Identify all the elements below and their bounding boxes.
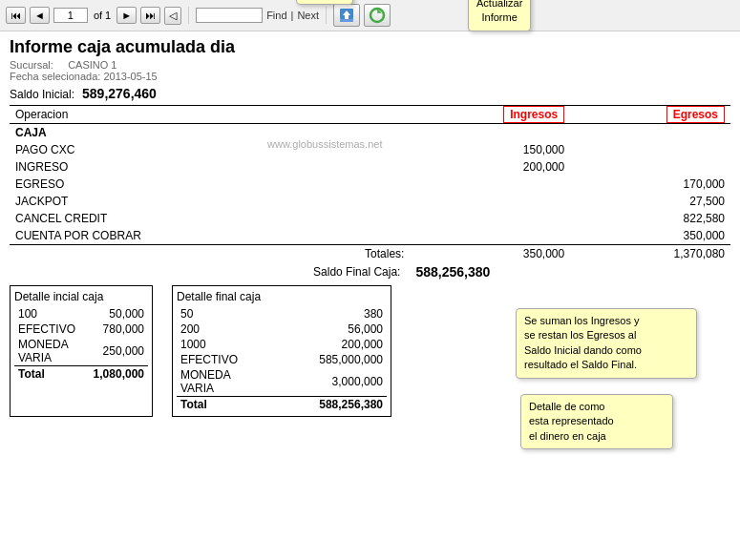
egr-cuenta-por-cobrar: 350,000 <box>570 227 730 245</box>
page-input[interactable] <box>53 8 88 23</box>
first-page-button[interactable]: ⏮ <box>6 7 26 24</box>
detail-val: 3,000,000 <box>277 367 387 397</box>
find-input[interactable] <box>196 8 263 23</box>
detail-total-val: 1,080,000 <box>85 366 148 383</box>
op-jackpot: JACKPOT <box>10 193 410 210</box>
last-page-button[interactable]: ⏭ <box>140 7 160 24</box>
detail-item: EFECTIVO <box>177 352 277 367</box>
col-ingresos-header: Ingresos <box>410 106 570 124</box>
toolbar: Exportar Informe ⏮ ◄ of 1 ► ⏭ ◁ Find | N… <box>0 0 740 31</box>
svg-rect-1 <box>340 19 353 22</box>
detail-val: 200,000 <box>277 337 387 352</box>
col-operacion-header: Operacion <box>10 106 410 124</box>
totales-label: Totales: <box>10 245 410 263</box>
list-item: 200 56,000 <box>177 321 387 337</box>
find-label: Find <box>266 10 286 21</box>
list-item: EFECTIVO 780,000 <box>14 321 148 337</box>
detail-final-title: Detalle final caja <box>177 290 387 303</box>
table-row: CANCEL CREDIT 822,580 <box>10 210 730 227</box>
separator <box>188 7 189 24</box>
col-egresos-header: Egresos <box>570 106 730 124</box>
main-table: Operacion Ingresos Egresos CAJA PAGO CXC… <box>10 105 730 281</box>
sucursal-value: CASINO 1 <box>68 59 116 71</box>
detail-val: 250,000 <box>85 337 148 366</box>
prev-page-button[interactable]: ◄ <box>30 7 50 24</box>
list-item: 100 50,000 <box>14 306 148 321</box>
detail-val: 380 <box>277 306 387 321</box>
saldo-inicial-row: Saldo Inicial: 589,276,460 <box>10 86 730 101</box>
detail-item: 50 <box>177 306 277 321</box>
detail-val: 780,000 <box>85 321 148 337</box>
list-item: MONEDAVARIA 3,000,000 <box>177 367 387 397</box>
ingresos-label: Ingresos <box>503 106 564 123</box>
svg-point-3 <box>370 9 384 22</box>
egr-cancel-credit: 822,580 <box>570 210 730 227</box>
detail-final-table: 50 380 200 56,000 1000 200,000 EFECTIVO … <box>177 306 387 412</box>
detail-initial-box: Detalle incial caja 100 50,000 EFECTIVO … <box>10 285 153 417</box>
detail-item: 1000 <box>177 337 277 352</box>
saldo-final-number: 588,256,380 <box>415 264 490 280</box>
list-item: 1000 200,000 <box>177 337 387 352</box>
detail-item: MONEDAVARIA <box>14 337 85 366</box>
detail-initial-table: 100 50,000 EFECTIVO 780,000 MONEDAVARIA … <box>14 306 148 382</box>
list-item: 50 380 <box>177 306 387 321</box>
tooltip-exportar: Exportar Informe <box>296 0 353 5</box>
detail-initial-title: Detalle incial caja <box>14 290 148 303</box>
op-ingreso: INGRESO <box>10 158 410 176</box>
op-cuenta-por-cobrar: CUENTA POR COBRAR <box>10 227 410 245</box>
detail-val: 585,000,000 <box>277 352 387 367</box>
totales-egr: 1,370,080 <box>570 245 730 263</box>
next-label[interactable]: Next <box>297 10 319 21</box>
detail-final-box: Detalle final caja 50 380 200 56,000 100… <box>172 285 391 417</box>
detail-total-label: Total <box>177 397 277 413</box>
detail-item: 100 <box>14 306 85 321</box>
detail-item: 200 <box>177 321 277 337</box>
op-cancel-credit: CANCEL CREDIT <box>10 210 410 227</box>
table-row: INGRESO 200,000 <box>10 158 730 176</box>
refresh-button[interactable] <box>364 4 391 27</box>
totales-ing: 350,000 <box>410 245 570 263</box>
saldo-final-label: Saldo Final Caja: <box>10 262 410 281</box>
separator-find: | <box>291 10 294 21</box>
main-content: www.globussistemas.net Informe caja acum… <box>0 31 740 423</box>
ing-pago-cxc: 150,000 <box>410 141 570 158</box>
fecha-line: Fecha selecionada: 2013-05-15 <box>10 71 730 82</box>
saldo-inicial-value: 589,276,460 <box>82 86 157 101</box>
list-item: EFECTIVO 585,000,000 <box>177 352 387 367</box>
egresos-label: Egresos <box>666 106 725 123</box>
next-page-button[interactable]: ► <box>116 7 137 24</box>
list-item: MONEDAVARIA 250,000 <box>14 337 148 366</box>
list-item: Total 588,256,380 <box>177 397 387 413</box>
egr-jackpot: 27,500 <box>570 193 730 210</box>
back-button[interactable]: ◁ <box>164 7 181 25</box>
table-row: JACKPOT 27,500 <box>10 193 730 210</box>
detail-total-label: Total <box>14 366 85 383</box>
sucursal-line: Sucursal: CASINO 1 <box>10 59 730 71</box>
of-label: of 1 <box>94 10 111 21</box>
separator2 <box>326 7 327 24</box>
list-item: Total 1,080,000 <box>14 366 148 383</box>
tooltip-actualizar: Actualizar Informe <box>468 0 531 31</box>
saldo-inicial-label: Saldo Inicial: <box>10 88 74 101</box>
tooltip-saldo-final: Se suman los Ingresos y se restan los Eg… <box>516 308 697 379</box>
saldo-final-row: Saldo Final Caja: 588,256,380 <box>10 262 730 281</box>
export-button[interactable] <box>333 4 360 27</box>
watermark: www.globussistemas.net <box>267 138 382 150</box>
detail-item: EFECTIVO <box>14 321 85 337</box>
report-title: Informe caja acumulada dia <box>10 37 730 57</box>
table-row: CUENTA POR COBRAR 350,000 <box>10 227 730 245</box>
totals-row: Totales: 350,000 1,370,080 <box>10 245 730 263</box>
detail-val: 50,000 <box>85 306 148 321</box>
detail-total-val: 588,256,380 <box>277 397 387 413</box>
op-egreso: EGRESO <box>10 176 410 193</box>
detail-val: 56,000 <box>277 321 387 337</box>
sucursal-label: Sucursal: <box>10 59 53 71</box>
table-row: EGRESO 170,000 <box>10 176 730 193</box>
ing-ingreso: 200,000 <box>410 158 570 176</box>
tooltip-detalle: Detalle de como esta representado el din… <box>520 394 673 449</box>
egr-egreso: 170,000 <box>570 176 730 193</box>
detail-item: MONEDAVARIA <box>177 367 277 397</box>
saldo-final-value: 588,256,380 <box>410 262 730 281</box>
